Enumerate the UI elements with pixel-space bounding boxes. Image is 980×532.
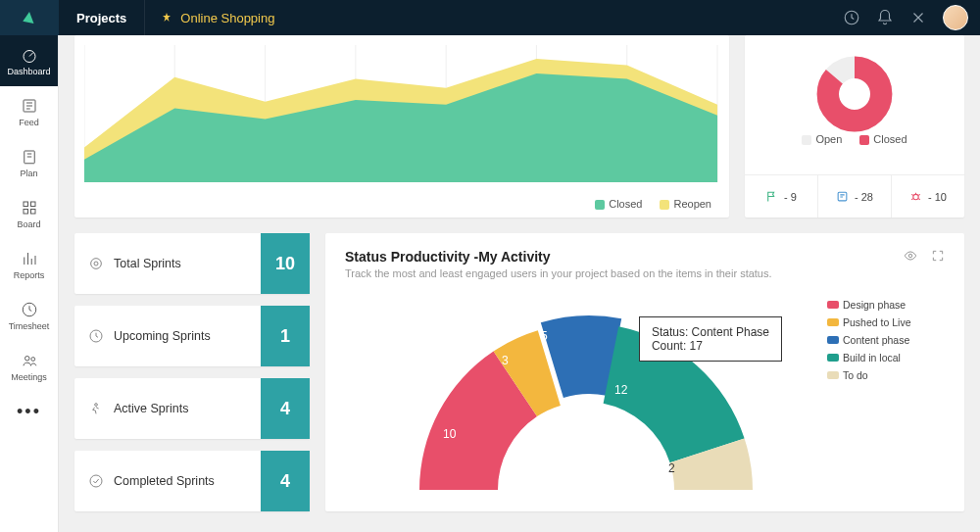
sprint-label: Active Sprints bbox=[114, 402, 188, 415]
svg-point-9 bbox=[24, 356, 29, 361]
sprint-total[interactable]: Total Sprints 10 bbox=[74, 233, 310, 294]
legend-open: Open bbox=[815, 133, 842, 145]
activity-title: Status Productivity -My Activity bbox=[345, 249, 772, 265]
sidebar-item-meetings[interactable]: Meetings bbox=[0, 341, 58, 392]
donut-label-content: 5 bbox=[541, 329, 548, 343]
sidebar-item-feed[interactable]: Feed bbox=[0, 86, 58, 137]
pie-center-text: 86.4% bbox=[840, 90, 868, 101]
sidebar-item-label: Board bbox=[17, 219, 40, 229]
sprint-count: 10 bbox=[261, 233, 310, 294]
svg-rect-7 bbox=[30, 209, 35, 214]
sidebar-item-label: Dashboard bbox=[7, 67, 50, 76]
sprints-column: Total Sprints 10 Upcoming Sprints 1 Acti… bbox=[74, 233, 310, 511]
sidebar-item-plan[interactable]: Plan bbox=[0, 137, 58, 188]
gauge-icon bbox=[21, 46, 38, 64]
clock-outline-icon bbox=[21, 301, 38, 318]
pin-icon bbox=[161, 12, 172, 24]
avatar[interactable] bbox=[943, 5, 968, 30]
donut-chart: 10 3 5 12 2 Status: Content Phase Count:… bbox=[345, 289, 827, 495]
clock-icon[interactable] bbox=[843, 9, 860, 26]
stat-bug[interactable]: - 10 bbox=[892, 175, 964, 218]
sprint-label: Total Sprints bbox=[114, 257, 181, 270]
area-chart bbox=[84, 45, 719, 182]
sidebar: Dashboard Feed Plan Board Reports Timesh… bbox=[0, 35, 59, 532]
svg-rect-4 bbox=[24, 202, 28, 207]
sprint-active[interactable]: Active Sprints 4 bbox=[74, 378, 310, 439]
legend-closed: Closed bbox=[609, 198, 642, 210]
flag-icon bbox=[765, 190, 778, 203]
sidebar-item-label: Reports bbox=[14, 270, 45, 280]
board-icon bbox=[21, 199, 38, 217]
sidebar-item-timesheet[interactable]: Timesheet bbox=[0, 290, 58, 341]
legend-todo: To do bbox=[843, 369, 868, 381]
status-productivity-card: Status Productivity -My Activity Track t… bbox=[325, 233, 964, 511]
pie-legend: Open Closed bbox=[802, 133, 906, 155]
svg-point-27 bbox=[90, 475, 102, 487]
topbar: Projects Online Shopping bbox=[0, 0, 980, 35]
svg-rect-6 bbox=[24, 209, 28, 214]
app-logo[interactable] bbox=[0, 0, 59, 35]
donut-label-todo: 2 bbox=[668, 461, 675, 475]
people-icon bbox=[21, 352, 38, 369]
sprint-upcoming[interactable]: Upcoming Sprints 1 bbox=[74, 306, 310, 366]
bug-icon bbox=[909, 190, 922, 203]
sprint-label: Completed Sprints bbox=[114, 474, 215, 488]
donut-label-design: 10 bbox=[443, 427, 456, 441]
svg-point-10 bbox=[30, 357, 34, 361]
current-project[interactable]: Online Shopping bbox=[145, 11, 290, 25]
svg-rect-5 bbox=[30, 202, 35, 207]
note-icon bbox=[836, 190, 849, 203]
sidebar-more[interactable]: ••• bbox=[0, 392, 58, 431]
sidebar-item-dashboard[interactable]: Dashboard bbox=[0, 35, 58, 86]
svg-point-28 bbox=[908, 254, 912, 258]
sidebar-item-label: Meetings bbox=[11, 372, 47, 382]
svg-point-22 bbox=[913, 194, 918, 199]
clock-icon bbox=[88, 328, 104, 344]
reports-icon bbox=[21, 250, 38, 267]
sprint-count: 4 bbox=[261, 378, 310, 439]
legend-build: Build in local bbox=[843, 352, 901, 363]
svg-point-24 bbox=[94, 262, 98, 266]
legend-closed: Closed bbox=[873, 133, 906, 145]
stat-box[interactable]: - 28 bbox=[818, 175, 892, 218]
legend-content: Content phase bbox=[843, 334, 909, 346]
sidebar-item-label: Timesheet bbox=[9, 321, 50, 331]
target-icon bbox=[88, 256, 104, 271]
eye-icon[interactable] bbox=[904, 249, 917, 263]
tooltip-status: Status: Content Phase bbox=[652, 325, 769, 339]
sprint-count: 4 bbox=[261, 451, 310, 511]
tools-icon[interactable] bbox=[909, 9, 927, 26]
sidebar-item-label: Feed bbox=[19, 118, 39, 127]
activity-subtitle: Track the most and least engaged users i… bbox=[345, 267, 772, 279]
expand-icon[interactable] bbox=[931, 249, 945, 263]
bell-icon[interactable] bbox=[876, 9, 894, 26]
projects-nav[interactable]: Projects bbox=[59, 0, 145, 35]
legend-design: Design phase bbox=[843, 299, 906, 311]
sprint-count: 1 bbox=[261, 306, 310, 366]
sprint-completed[interactable]: Completed Sprints 4 bbox=[74, 451, 310, 511]
feed-icon bbox=[21, 97, 38, 115]
sprint-label: Upcoming Sprints bbox=[114, 329, 211, 343]
check-icon bbox=[88, 473, 104, 489]
main-content: Closed Reopen 86.4% Open Closed bbox=[59, 35, 980, 532]
area-chart-card: Closed Reopen bbox=[74, 35, 729, 218]
sidebar-item-board[interactable]: Board bbox=[0, 188, 58, 239]
svg-point-26 bbox=[95, 404, 98, 407]
pie-stats-row: - 9 - 28 - 10 bbox=[745, 174, 964, 218]
sidebar-item-reports[interactable]: Reports bbox=[0, 239, 58, 290]
project-name-label: Online Shopping bbox=[180, 11, 274, 25]
area-chart-legend: Closed Reopen bbox=[595, 198, 711, 210]
legend-pushed: Pushed to Live bbox=[843, 316, 910, 328]
legend-reopen: Reopen bbox=[673, 198, 711, 210]
chart-tooltip: Status: Content Phase Count: 17 bbox=[639, 316, 782, 362]
plan-icon bbox=[21, 148, 38, 166]
donut-label-pushed: 3 bbox=[502, 354, 509, 367]
open-closed-pie: 86.4% bbox=[806, 55, 904, 133]
open-closed-card: 86.4% Open Closed - 9 - 28 bbox=[745, 35, 964, 218]
running-icon bbox=[88, 401, 104, 416]
tooltip-count: Count: 17 bbox=[652, 339, 769, 353]
svg-point-23 bbox=[91, 259, 102, 269]
donut-label-build: 12 bbox=[614, 383, 627, 397]
stat-flag[interactable]: - 9 bbox=[745, 175, 818, 218]
sidebar-item-label: Plan bbox=[20, 169, 37, 178]
